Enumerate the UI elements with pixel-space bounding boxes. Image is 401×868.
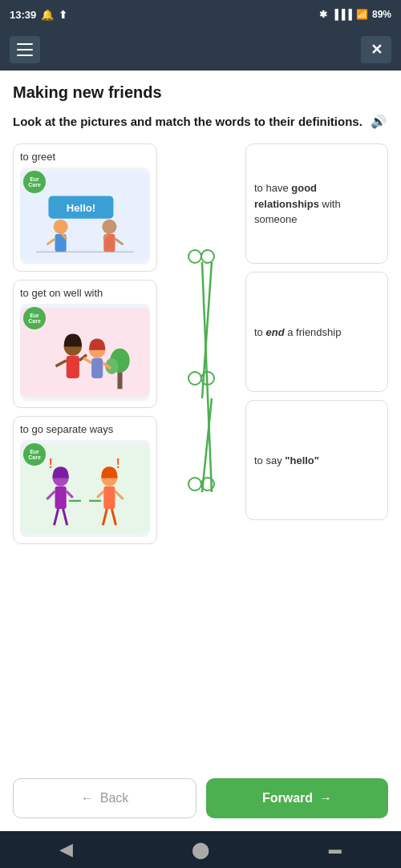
- forward-arrow-icon: →: [319, 791, 332, 805]
- right-column: to have goodrelationships withsomeone to…: [245, 143, 388, 520]
- svg-text:Hello!: Hello!: [67, 202, 96, 214]
- def-text-relationships: to have goodrelationships withsomeone: [254, 180, 341, 228]
- status-bar-right: ✱ ▐▐▐ 📶 89%: [319, 9, 391, 20]
- badge-text-2: EurCare: [28, 313, 41, 325]
- card-label-get-on: to get on well with: [20, 287, 150, 299]
- forward-label: Forward: [262, 791, 313, 805]
- matching-area: to greet EurCare Hello!: [13, 143, 388, 576]
- def-text-hello: to say "hello": [254, 453, 319, 469]
- nav-recent-icon[interactable]: ▬: [329, 842, 342, 857]
- badge-text-3: EurCare: [28, 449, 41, 461]
- menu-line: [17, 49, 33, 50]
- def-text-end: to end a friendship: [254, 325, 341, 341]
- card-image-separate: EurCare !: [20, 440, 150, 537]
- bluetooth-icon: ✱: [319, 9, 327, 20]
- svg-rect-17: [67, 356, 79, 378]
- right-card-hello[interactable]: to say "hello": [245, 400, 388, 520]
- nav-back-icon[interactable]: ◀: [59, 839, 73, 860]
- left-card-separate[interactable]: to go separate ways EurCare: [13, 416, 157, 544]
- svg-text:!: !: [115, 457, 119, 471]
- left-card-greet[interactable]: to greet EurCare Hello!: [13, 143, 157, 272]
- battery: 89%: [372, 9, 391, 20]
- wifi-icon: 📶: [356, 9, 368, 20]
- back-arrow-icon: ←: [81, 791, 94, 805]
- bottom-navigation: ← Back Forward →: [0, 765, 401, 831]
- card-image-get-on: EurCare: [20, 304, 150, 401]
- menu-button[interactable]: [10, 36, 40, 63]
- badge-text: EurCare: [28, 176, 41, 188]
- status-bar: 13:39 🔔 ⬆ ✱ ▐▐▐ 📶 89%: [0, 0, 401, 29]
- left-column: to greet EurCare Hello!: [13, 143, 157, 544]
- back-button[interactable]: ← Back: [13, 778, 196, 818]
- notification-icon: 🔔: [41, 9, 54, 21]
- nav-home-icon[interactable]: ⬤: [192, 840, 209, 859]
- right-dot-1[interactable]: [200, 249, 215, 264]
- signal-icon: ▐▐▐: [331, 9, 352, 20]
- svg-point-7: [102, 220, 116, 234]
- android-nav-bar: ◀ ⬤ ▬: [0, 831, 401, 868]
- card-label-separate: to go separate ways: [20, 423, 150, 435]
- svg-point-3: [54, 220, 68, 234]
- instruction: Look at the pictures and match the words…: [13, 113, 388, 131]
- instruction-text: Look at the pictures and match the words…: [13, 115, 363, 128]
- menu-line: [17, 43, 33, 45]
- time: 13:39: [10, 9, 36, 21]
- right-dot-2[interactable]: [200, 371, 215, 386]
- close-button[interactable]: ✕: [361, 36, 391, 63]
- header-bar: ✕: [0, 29, 401, 71]
- right-dot-3[interactable]: [200, 477, 215, 491]
- upload-icon: ⬆: [59, 9, 67, 21]
- lesson-title: Making new friends: [13, 83, 388, 102]
- svg-text:!: !: [48, 457, 52, 471]
- right-card-end[interactable]: to end a friendship: [245, 272, 388, 392]
- middle-column: [157, 143, 245, 576]
- left-card-get-on[interactable]: to get on well with EurCare: [13, 280, 157, 408]
- svg-rect-26: [55, 486, 67, 509]
- main-content: Making new friends Look at the pictures …: [0, 71, 401, 765]
- status-bar-left: 13:39 🔔 ⬆: [10, 9, 67, 21]
- sound-icon[interactable]: 🔊: [371, 113, 387, 131]
- back-label: Back: [100, 791, 129, 805]
- card-image-greet: EurCare Hello!: [20, 168, 150, 264]
- card-label-greet: to greet: [20, 151, 150, 163]
- right-card-relationships[interactable]: to have goodrelationships withsomeone: [245, 143, 388, 264]
- svg-rect-21: [91, 358, 103, 378]
- menu-line: [17, 55, 33, 56]
- forward-button[interactable]: Forward →: [206, 778, 388, 818]
- svg-rect-33: [103, 486, 115, 509]
